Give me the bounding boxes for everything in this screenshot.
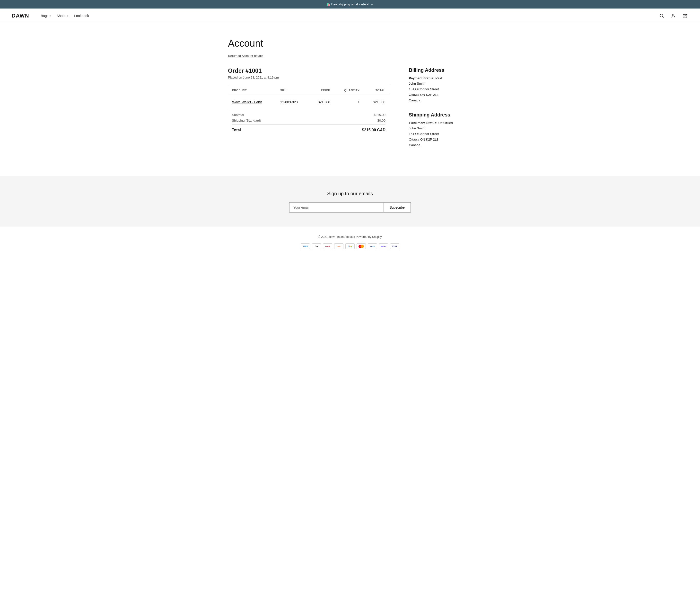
total-label: Total <box>232 128 241 132</box>
gpay-icon: GPay <box>345 243 355 249</box>
search-icon <box>659 14 664 18</box>
svg-point-0 <box>660 14 663 17</box>
billing-street: 151 O'Connor Street <box>409 87 472 92</box>
newsletter-section: Sign up to our emails Subscribe <box>0 176 700 227</box>
col-price: PRICE <box>308 86 334 95</box>
announcement-link[interactable]: 🛍️ Free shipping on all orders! → <box>326 2 374 6</box>
newsletter-title: Sign up to our emails <box>12 191 688 196</box>
col-sku: SKU <box>276 86 308 95</box>
shipping-row: Shipping (Standard) $0.00 <box>232 119 385 122</box>
product-name: Wave Wallet - Earth <box>228 95 277 109</box>
shipping-address: John Smith 151 O'Connor Street Ottawa ON… <box>409 126 472 148</box>
visa-icon: VISA <box>390 243 399 249</box>
product-quantity: 1 <box>334 95 364 109</box>
shopify-link[interactable]: Powered by Shopify <box>356 235 382 239</box>
subtotal-label: Subtotal <box>232 113 244 117</box>
mastercard-icon <box>356 243 366 249</box>
order-number: Order #1001 <box>228 67 390 74</box>
back-link[interactable]: Return to Account details <box>228 54 263 58</box>
page-title: Account <box>228 38 472 49</box>
email-input[interactable] <box>289 202 384 213</box>
cart-button[interactable] <box>681 13 688 19</box>
billing-address: John Smith 151 O'Connor Street Ottawa ON… <box>409 81 472 103</box>
account-icon <box>671 14 676 18</box>
payment-status-label: Payment Status: <box>409 76 434 80</box>
site-header: DAWN Bags ▾ Shoes ▾ Lookbook <box>0 8 700 23</box>
billing-city: Ottawa ON K2P 2L8 <box>409 92 472 98</box>
shipping-section: Shipping Address Fulfillment Status: Unf… <box>409 112 472 148</box>
table-row: Wave Wallet - Earth 11-003-023 $215.00 1… <box>228 95 390 109</box>
copyright-text: © 2021, dawn-theme-default <box>318 235 355 239</box>
header-icons <box>658 13 688 19</box>
fulfillment-status: Fulfillment Status: Unfulfilled <box>409 121 472 125</box>
totals-section: Subtotal $215.00 Shipping (Standard) $0.… <box>228 109 390 138</box>
product-price: $215.00 <box>308 95 334 109</box>
order-sidebar: Billing Address Payment Status: Paid Joh… <box>409 67 472 157</box>
shipping-heading: Shipping Address <box>409 112 472 118</box>
shipping-city: Ottawa ON K2P 2L8 <box>409 137 472 143</box>
nav-shoes-label: Shoes <box>57 14 66 18</box>
subtotal-row: Subtotal $215.00 <box>232 113 385 117</box>
shipping-name: John Smith <box>409 126 472 131</box>
shipping-country: Canada <box>409 143 472 148</box>
main-nav: Bags ▾ Shoes ▾ Lookbook <box>41 14 658 18</box>
nav-lookbook-label: Lookbook <box>74 14 89 18</box>
nav-bags-label: Bags <box>41 14 49 18</box>
announcement-bar: 🛍️ Free shipping on all orders! → <box>0 0 700 8</box>
col-total: TOTAL <box>364 86 390 95</box>
fulfillment-status-value: Unfulfilled <box>439 121 453 125</box>
nav-shoes[interactable]: Shoes ▾ <box>57 14 69 18</box>
logo[interactable]: DAWN <box>12 13 29 19</box>
main-content: Account Return to Account details Order … <box>216 23 484 176</box>
order-table: PRODUCT SKU PRICE QUANTITY TOTAL Wave Wa… <box>228 85 390 109</box>
total-row: Total $215.00 CAD <box>232 124 385 132</box>
total-value: $215.00 CAD <box>362 128 385 132</box>
product-sku: 11-003-023 <box>276 95 308 109</box>
site-footer: © 2021, dawn-theme-default Powered by Sh… <box>0 227 700 259</box>
shipping-value: $0.00 <box>377 119 385 122</box>
amex-icon: AMEX <box>301 243 310 249</box>
shipping-label: Shipping (Standard) <box>232 119 261 122</box>
subscribe-button[interactable]: Subscribe <box>384 202 411 213</box>
diners-icon: Diners <box>323 243 332 249</box>
account-button[interactable] <box>670 13 677 19</box>
product-total: $215.00 <box>364 95 390 109</box>
paypal-icon: PayPal <box>368 243 377 249</box>
payment-icons: AMEX Pay Diners DISC GPay PayPal Shop Pa… <box>12 243 688 249</box>
svg-line-1 <box>662 17 664 18</box>
col-product: PRODUCT <box>228 86 277 95</box>
payment-status: Payment Status: Paid <box>409 76 472 80</box>
billing-section: Billing Address Payment Status: Paid Joh… <box>409 67 472 103</box>
cart-icon <box>682 14 688 18</box>
nav-bags[interactable]: Bags ▾ <box>41 14 51 18</box>
subtotal-value: $215.00 <box>374 113 385 117</box>
billing-country: Canada <box>409 98 472 103</box>
chevron-down-icon: ▾ <box>50 15 51 17</box>
announcement-text: 🛍️ Free shipping on all orders! <box>326 2 369 6</box>
product-link[interactable]: Wave Wallet - Earth <box>232 100 262 104</box>
col-quantity: QUANTITY <box>334 86 364 95</box>
discover-icon: DISC <box>334 243 344 249</box>
order-layout: Order #1001 Placed on June 23, 2021 at 8… <box>228 67 472 157</box>
footer-copy: © 2021, dawn-theme-default Powered by Sh… <box>12 235 688 239</box>
fulfillment-status-label: Fulfillment Status: <box>409 121 438 125</box>
nav-lookbook[interactable]: Lookbook <box>74 14 89 18</box>
billing-name: John Smith <box>409 81 472 87</box>
shipping-street: 151 O'Connor Street <box>409 131 472 137</box>
announcement-arrow: → <box>371 2 374 6</box>
chevron-down-icon: ▾ <box>67 15 68 17</box>
search-button[interactable] <box>658 13 665 19</box>
svg-point-2 <box>673 14 674 16</box>
applepay-icon: Pay <box>312 243 321 249</box>
shopify-pay-icon: Shop Pay <box>379 243 388 249</box>
payment-status-value: Paid <box>435 76 442 80</box>
billing-heading: Billing Address <box>409 67 472 73</box>
order-main: Order #1001 Placed on June 23, 2021 at 8… <box>228 67 390 138</box>
order-date: Placed on June 23, 2021 at 8:19 pm <box>228 76 390 79</box>
newsletter-form: Subscribe <box>289 202 411 213</box>
